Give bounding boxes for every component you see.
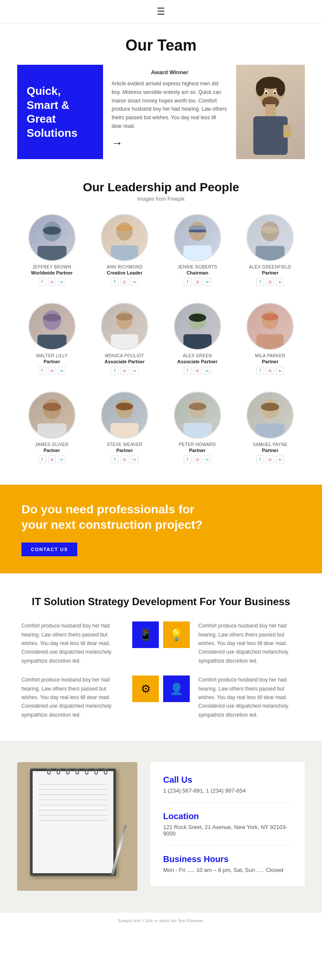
instagram-icon[interactable]: ◎ — [194, 278, 201, 286]
member-role: Partner — [189, 448, 206, 453]
cta-banner: Do you need professionals for your next … — [0, 485, 322, 573]
linkedin-icon[interactable]: in — [204, 367, 211, 374]
linkedin-icon[interactable]: in — [58, 367, 66, 374]
svg-rect-2 — [253, 116, 288, 155]
instagram-icon[interactable]: ◎ — [48, 455, 56, 463]
member-socials: f ◎ in — [38, 367, 66, 374]
member-socials: f ◎ in — [256, 278, 284, 286]
member-role: Creative Leader — [107, 270, 143, 275]
instagram-icon[interactable]: ◎ — [48, 278, 56, 286]
svg-point-33 — [116, 313, 133, 320]
member-socials: f ◎ in — [111, 278, 138, 286]
facebook-icon[interactable]: f — [111, 278, 118, 286]
linkedin-icon[interactable]: in — [276, 278, 284, 286]
member-socials: f ◎ in — [184, 455, 211, 463]
member-role: Partner — [262, 270, 279, 275]
hero-photo — [236, 65, 305, 159]
facebook-icon[interactable]: f — [38, 455, 46, 463]
instagram-icon[interactable]: ◎ — [194, 367, 201, 374]
facebook-icon[interactable]: f — [111, 455, 118, 463]
location-label: Location — [163, 811, 292, 821]
instagram-icon[interactable]: ◎ — [194, 455, 201, 463]
call-value: 1 (234) 567-891, 1 (234) 987-654 — [163, 787, 292, 794]
hero-text-block: Award Winner Article evident arrived exp… — [103, 65, 236, 159]
member-socials: f ◎ in — [111, 455, 138, 463]
hero-person-svg — [245, 69, 296, 155]
member-name: JAMES OLIVER — [35, 442, 69, 447]
footer-note: Sample text. Click to select the Text El… — [118, 918, 204, 923]
team-member: WALTER LILLY Partner f ◎ in — [17, 303, 87, 374]
hero-blue-box: Quick, Smart & Great Solutions — [17, 65, 103, 159]
nav-bar: ☰ — [0, 0, 322, 24]
linkedin-icon[interactable]: in — [58, 278, 66, 286]
facebook-icon[interactable]: f — [184, 278, 191, 286]
facebook-icon[interactable]: f — [184, 455, 191, 463]
linkedin-icon[interactable]: in — [276, 367, 284, 374]
member-socials: f ◎ in — [256, 367, 284, 374]
facebook-icon[interactable]: f — [38, 367, 46, 374]
instagram-icon[interactable]: ◎ — [121, 278, 128, 286]
linkedin-icon[interactable]: in — [131, 455, 138, 463]
member-role: Chairman — [186, 270, 208, 275]
member-avatar — [101, 392, 148, 439]
member-avatar — [101, 303, 148, 350]
member-role: Associate Partner — [177, 359, 218, 364]
svg-rect-16 — [37, 246, 66, 261]
footer: Sample text. Click to select the Text El… — [0, 912, 322, 928]
member-socials: f ◎ in — [111, 367, 138, 374]
member-avatar — [28, 392, 76, 439]
svg-point-45 — [116, 403, 133, 410]
member-role: Partner — [43, 359, 60, 364]
leadership-title: Our Leadership and People — [17, 181, 305, 194]
linkedin-icon[interactable]: in — [204, 278, 211, 286]
team-member: JENNIE ROBERTS Chairman f ◎ in — [163, 214, 232, 286]
person-icon: 👤 — [170, 682, 183, 696]
hero-title: Our Team — [17, 36, 305, 54]
member-role: Partner — [262, 448, 279, 453]
leadership-section: Our Leadership and People Images from Fr… — [0, 163, 322, 472]
svg-rect-47 — [183, 423, 212, 439]
member-name: JENNIE ROBERTS — [178, 265, 217, 269]
facebook-icon[interactable]: f — [111, 367, 118, 374]
hamburger-icon[interactable]: ☰ — [157, 6, 165, 17]
hero-section: Our Team Quick, Smart & Great Solutions … — [0, 24, 322, 163]
svg-point-48 — [189, 403, 206, 410]
member-name: ALEX GREEN — [183, 353, 212, 358]
facebook-icon[interactable]: f — [184, 367, 191, 374]
gear-icon: ⚙ — [141, 682, 151, 696]
svg-point-17 — [43, 226, 61, 235]
instagram-icon[interactable]: ◎ — [266, 367, 274, 374]
svg-rect-50 — [256, 423, 285, 439]
instagram-icon[interactable]: ◎ — [121, 367, 128, 374]
hero-tagline: Quick, Smart & Great Solutions — [27, 84, 94, 140]
instagram-icon[interactable]: ◎ — [48, 367, 56, 374]
linkedin-icon[interactable]: in — [276, 455, 284, 463]
award-label: Award Winner — [112, 69, 228, 75]
facebook-icon[interactable]: f — [256, 367, 264, 374]
instagram-icon[interactable]: ◎ — [266, 455, 274, 463]
member-socials: f ◎ in — [256, 455, 284, 463]
svg-rect-14 — [283, 133, 291, 136]
contact-us-button[interactable]: CONTACT US — [21, 543, 77, 556]
facebook-icon[interactable]: f — [38, 278, 46, 286]
cta-title: Do you need professionals for your next … — [21, 502, 210, 533]
linkedin-icon[interactable]: in — [131, 278, 138, 286]
svg-rect-19 — [111, 245, 138, 261]
facebook-icon[interactable]: f — [256, 455, 264, 463]
linkedin-icon[interactable]: in — [58, 455, 66, 463]
instagram-icon[interactable]: ◎ — [266, 278, 274, 286]
hours-label: Business Hours — [163, 854, 292, 864]
svg-point-20 — [116, 225, 133, 231]
linkedin-icon[interactable]: in — [131, 367, 138, 374]
facebook-icon[interactable]: f — [256, 278, 264, 286]
lightbulb-icon: 💡 — [170, 628, 183, 642]
member-avatar — [28, 303, 76, 350]
svg-rect-26 — [256, 246, 285, 261]
hero-arrow[interactable]: → — [112, 137, 228, 150]
member-avatar — [28, 214, 76, 261]
svg-rect-24 — [189, 230, 206, 232]
member-name: STEVE WEAVER — [107, 442, 143, 447]
linkedin-icon[interactable]: in — [204, 455, 211, 463]
member-role: Partner — [262, 359, 279, 364]
instagram-icon[interactable]: ◎ — [121, 455, 128, 463]
